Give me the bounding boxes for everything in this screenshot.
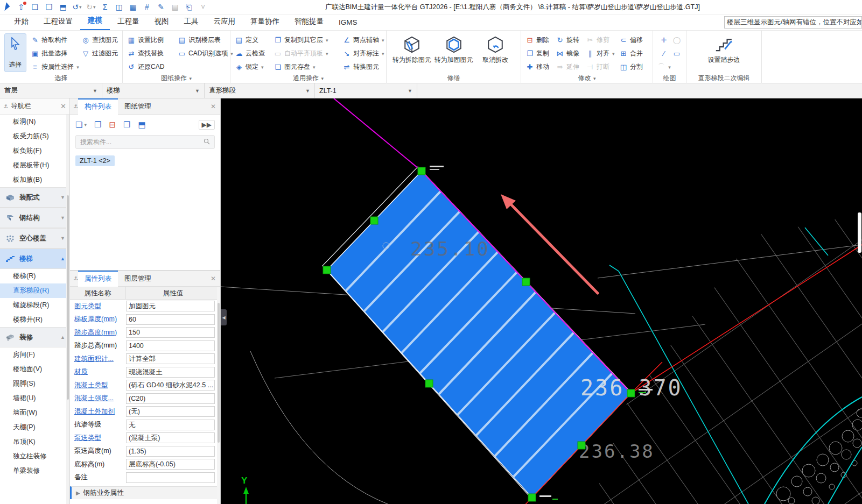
app-logo-icon[interactable] <box>4 2 10 11</box>
component-item-zlt1[interactable]: ZLT-1 <2> <box>75 155 115 166</box>
drawing-canvas[interactable]: 235.10 236.370 236.38 <box>221 98 862 504</box>
property-scrollbar[interactable] <box>217 287 220 504</box>
rotate-button[interactable]: ↻旋转 <box>556 33 586 47</box>
auto-align-top-slab-button[interactable]: ▭自动平齐顶板▾ <box>274 47 342 60</box>
find-axis-icon[interactable]: # <box>140 1 154 13</box>
restore-cad-button[interactable]: ↺还原CAD <box>127 60 178 74</box>
draw-arc-button[interactable]: ⌒▾ <box>657 60 671 74</box>
nav-group-prefab[interactable]: 装配式▼ <box>0 187 69 208</box>
property-value-input[interactable] <box>126 472 215 483</box>
nav-item-slab-negative-rebar[interactable]: 板负筋(F) <box>0 144 69 158</box>
annotate-icon[interactable]: ✎ <box>154 1 168 13</box>
extend-button[interactable]: ⇒延伸 <box>556 60 586 74</box>
tab-drawing-management[interactable]: 图纸管理 <box>118 98 158 115</box>
tab-quantities[interactable]: 工程量 <box>110 14 147 30</box>
more-icon[interactable]: ˅ <box>196 1 210 13</box>
tab-tools[interactable]: 工具 <box>177 14 206 30</box>
property-value-input[interactable]: (砾石 GD40 细砂水泥42.5 ... <box>126 380 215 391</box>
property-value-input[interactable]: (混凝土泵) <box>126 432 215 443</box>
identify-floor-table-button[interactable]: ▤识别楼层表 <box>178 33 233 47</box>
draw-rect-button[interactable]: ▭ <box>672 47 681 60</box>
filter-element-button[interactable]: ▽过滤图元 <box>81 47 118 60</box>
select-by-attribute-button[interactable]: ≡按属性选择▾ <box>31 60 81 74</box>
nav-item-slab-rebar[interactable]: 板受力筋(S) <box>0 129 69 144</box>
nav-group-finishes[interactable]: 装修▲ <box>0 327 69 347</box>
to-demolish-element-button[interactable]: 转为拆除图元 <box>391 33 433 65</box>
find-table-icon[interactable]: ▦ <box>126 1 140 13</box>
nav-item-wall-finish[interactable]: 墙面(W) <box>0 406 69 420</box>
close-icon[interactable]: ✕ <box>211 275 216 282</box>
element-select[interactable]: ZLT-1▼ <box>315 83 417 98</box>
merge-button[interactable]: ⊞合并 <box>619 47 648 60</box>
find-view-icon[interactable]: ◫ <box>112 1 126 13</box>
convert-file-icon[interactable]: ⎗ <box>182 1 196 13</box>
lock-button[interactable]: ◈锁定▾ <box>235 60 274 74</box>
rail-icon[interactable]: ▤ <box>168 1 182 13</box>
export-icon[interactable]: ⇧ <box>14 1 28 13</box>
tab-modeling[interactable]: 建模 <box>80 13 110 30</box>
to-reinforce-element-button[interactable]: 转为加固图元 <box>433 33 475 65</box>
nav-item-straight-flight[interactable]: 直形梯段(R) <box>0 283 69 298</box>
copy-button[interactable]: ❐复制 <box>525 47 556 60</box>
property-value-input[interactable]: 无 <box>126 420 215 430</box>
nav-item-dado[interactable]: 墙裙(U) <box>0 391 69 406</box>
find-replace-button[interactable]: ⇄查找替换 <box>127 47 178 60</box>
tab-property-list[interactable]: 属性列表 <box>78 271 118 287</box>
category-select[interactable]: 楼梯▼ <box>102 83 205 98</box>
nav-item-suspended-ceiling[interactable]: 吊顶(K) <box>0 435 69 449</box>
copy-component-button[interactable]: ❐ <box>94 120 101 130</box>
tab-component-list[interactable]: 构件列表 <box>78 98 118 115</box>
break-button[interactable]: ⊣打断 <box>586 60 619 74</box>
canvas-scrollbar-thumb[interactable] <box>858 212 861 253</box>
set-step-edge-button[interactable]: 设置踏步边 <box>703 33 745 75</box>
draw-point-button[interactable]: ✛ <box>660 33 668 47</box>
tab-smart-takeoff[interactable]: 智能提量 <box>287 14 331 30</box>
draw-circle-button[interactable]: ◯ <box>672 33 681 47</box>
cloud-check-button[interactable]: ☁云检查 <box>235 47 274 60</box>
nav-item-stair[interactable]: 楼梯(R) <box>0 269 69 283</box>
redo-icon[interactable]: ↻▾ <box>84 1 98 13</box>
property-value-input[interactable]: (无) <box>126 406 215 417</box>
nav-item-slab-haunch[interactable]: 板加腋(B) <box>0 173 69 187</box>
cancel-renovation-button[interactable]: 取消拆改 <box>474 33 516 65</box>
set-scale-button[interactable]: ▦设置比例 <box>127 33 178 47</box>
property-value-input[interactable]: (C20) <box>126 393 215 404</box>
pin-icon[interactable]: ⚓ <box>73 275 78 281</box>
trim-button[interactable]: ✂修剪 <box>586 33 619 47</box>
nav-item-floor-finish[interactable]: 楼地面(V) <box>0 362 69 377</box>
nav-item-beam-finish[interactable]: 单梁装修 <box>0 464 69 478</box>
draw-line-button[interactable]: ∕ <box>660 47 668 60</box>
property-value-input[interactable]: 现浇混凝土 <box>126 367 215 378</box>
new-file-icon[interactable]: ❏ <box>28 1 42 13</box>
nav-item-column-finish[interactable]: 独立柱装修 <box>0 449 69 464</box>
property-value-input[interactable]: 1400 <box>126 340 215 351</box>
nav-scrollbar[interactable] <box>66 115 69 504</box>
mirror-button[interactable]: ⋈镜像 <box>556 47 586 60</box>
pick-component-button[interactable]: ✎拾取构件 <box>31 33 81 47</box>
tab-view[interactable]: 视图 <box>147 14 177 30</box>
save-icon[interactable]: ⬒ <box>56 1 70 13</box>
calculate-icon[interactable]: Σ <box>98 1 112 13</box>
tab-igms[interactable]: IGMS <box>331 16 365 30</box>
convert-element-button[interactable]: ⇌转换图元 <box>342 60 384 74</box>
nav-item-ceiling[interactable]: 天棚(P) <box>0 420 69 435</box>
property-value-input[interactable]: 加固图元 <box>126 301 215 311</box>
property-value-input[interactable]: 150 <box>126 327 215 338</box>
delete-component-button[interactable]: ⊟ <box>109 120 116 130</box>
nav-item-slab-opening[interactable]: 板洞(N) <box>0 115 69 129</box>
new-component-button[interactable]: ❏▾ <box>75 120 87 130</box>
type-select[interactable]: 直形梯段▼ <box>205 83 315 98</box>
tab-layer-management[interactable]: 图层管理 <box>118 271 158 287</box>
nav-group-stairs[interactable]: 楼梯▲ <box>0 249 69 269</box>
store-component-button[interactable]: ⬒ <box>138 120 145 130</box>
close-icon[interactable]: ✕ <box>60 102 66 110</box>
tab-cloud-apps[interactable]: 云应用 <box>206 14 243 30</box>
undo-icon[interactable]: ↺▾ <box>70 1 84 13</box>
rebar-business-props-section[interactable]: ▶ 钢筋业务属性 <box>70 486 220 499</box>
nav-item-room[interactable]: 房间(F) <box>0 347 69 362</box>
batch-select-button[interactable]: ▣批量选择 <box>31 47 81 60</box>
copy-to-other-floor-button[interactable]: ❐复制到其它层▾ <box>274 33 342 47</box>
help-search-input[interactable]: 楼层三维显示图元/轴网有错位，位置不对应如 <box>724 16 862 29</box>
open-folder-icon[interactable]: ❒ <box>42 1 56 13</box>
find-element-button[interactable]: ◎查找图元 <box>81 33 118 47</box>
